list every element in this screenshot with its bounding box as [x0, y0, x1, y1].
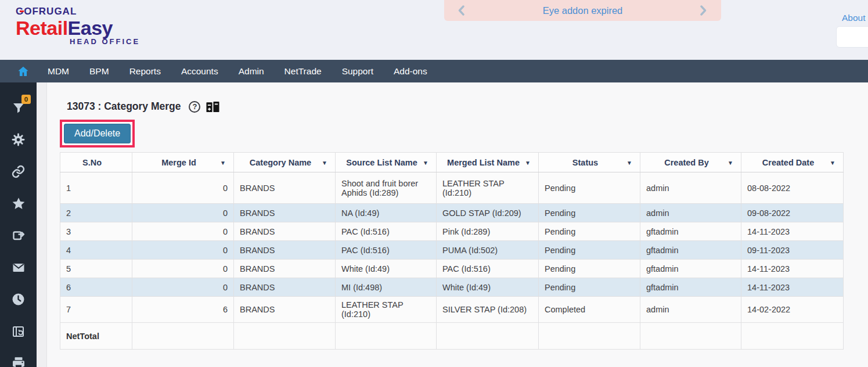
cell-category-name: BRANDS: [234, 222, 336, 241]
nav-item-bpm[interactable]: BPM: [89, 66, 109, 77]
sort-arrow-icon[interactable]: ▼: [626, 159, 632, 165]
add-delete-highlight: Add/Delete: [60, 120, 135, 147]
column-header-s-no[interactable]: S.No: [60, 153, 132, 172]
help-icon[interactable]: ?: [189, 101, 200, 113]
about-link[interactable]: About: [842, 13, 866, 23]
column-header-created-by[interactable]: Created By▼: [640, 153, 741, 172]
mail-icon[interactable]: [0, 251, 37, 283]
add-delete-button[interactable]: Add/Delete: [64, 124, 131, 143]
nav-item-accounts[interactable]: Accounts: [181, 66, 218, 77]
column-header-merged-list-name[interactable]: Merged List Name▼: [437, 153, 539, 172]
sort-arrow-icon[interactable]: ▼: [423, 159, 428, 165]
cell-created-date: 14-11-2023: [741, 260, 844, 278]
table-row[interactable]: 60BRANDSMI (Id:498)White (Id:49)Pendingg…: [60, 278, 844, 297]
cell-merged-list-name: SILVER STAP (Id:208): [437, 297, 539, 323]
table-row[interactable]: 30BRANDSPAC (Id:516)Pink (Id:289)Pending…: [60, 222, 844, 241]
cell-created-by: gftadmin: [640, 278, 741, 297]
column-label: Created By: [664, 158, 709, 167]
nav-item-support[interactable]: Support: [342, 66, 373, 77]
nav-item-reports[interactable]: Reports: [129, 66, 161, 77]
column-header-status[interactable]: Status▼: [539, 153, 640, 172]
table-body: 10BRANDSShoot and fruit borer Aphids (Id…: [60, 172, 844, 323]
sort-arrow-icon[interactable]: ▼: [220, 159, 226, 165]
cell-merged-list-name: White (Id:49): [437, 278, 539, 297]
star-icon[interactable]: [0, 188, 37, 220]
printer-icon[interactable]: [0, 347, 37, 367]
column-header-category-name[interactable]: Category Name▼: [234, 153, 336, 172]
cell-s-no: 3: [60, 222, 132, 241]
cell-source-list-name: White (Id:49): [336, 260, 437, 278]
cell-category-name: BRANDS: [234, 260, 336, 278]
column-header-source-list-name[interactable]: Source List Name▼: [336, 153, 437, 172]
cell-source-list-name: NA (Id:49): [336, 204, 437, 222]
cell-merge-id: 0: [132, 241, 234, 260]
top-header: GOFRUGAL RetailEasy HEAD OFFICE Eye addo…: [0, 0, 868, 60]
quick-search-box[interactable]: [836, 26, 868, 48]
cell-merge-id: 0: [132, 222, 234, 241]
nettotal-row: NetTotal: [60, 323, 844, 350]
cell-status: Pending: [539, 260, 640, 278]
filter-icon[interactable]: 0: [0, 92, 37, 124]
nettotal-label: NetTotal: [60, 323, 132, 350]
cell-merged-list-name: PAC (Id:516): [437, 260, 539, 278]
sort-arrow-icon[interactable]: ▼: [525, 159, 531, 165]
table-row[interactable]: 76BRANDSLEATHER STAP (Id:210)SILVER STAP…: [60, 297, 844, 323]
content-panel: 13073 : Category Merge ? Add/Delete: [46, 82, 868, 367]
cell-status: Pending: [539, 204, 640, 222]
column-header-created-date[interactable]: Created Date▼: [741, 153, 844, 172]
cell-created-by: gftadmin: [640, 260, 741, 278]
link-icon[interactable]: [0, 156, 37, 188]
sort-arrow-icon[interactable]: ▼: [830, 159, 835, 165]
cell-merge-id: 0: [132, 278, 234, 297]
table-row[interactable]: 20BRANDSNA (Id:49)GOLD STAP (Id:209)Pend…: [60, 204, 844, 222]
nav-item-admin[interactable]: Admin: [239, 66, 264, 77]
chevron-left-icon[interactable]: [457, 5, 466, 16]
cell-source-list-name: PAC (Id:516): [336, 241, 437, 260]
shortcut-keys-icon[interactable]: [206, 101, 219, 113]
nav-item-mdm[interactable]: MDM: [48, 66, 69, 77]
sort-arrow-icon[interactable]: ▼: [727, 159, 733, 165]
window-sync-icon[interactable]: [0, 315, 37, 347]
category-merge-table: S.NoMerge Id▼Category Name▼Source List N…: [60, 152, 844, 350]
cell-category-name: BRANDS: [234, 297, 336, 323]
cell-created-date: 09-08-2022: [741, 204, 844, 222]
cell-s-no: 5: [60, 260, 132, 278]
banner-message[interactable]: Eye addon expired: [466, 5, 699, 16]
cell-source-list-name: LEATHER STAP (Id:210): [336, 297, 437, 323]
cell-status: Pending: [539, 241, 640, 260]
cell-merge-id: 0: [132, 260, 234, 278]
main-content: 13073 : Category Merge ? Add/Delete: [37, 82, 868, 367]
main-navbar: MDMBPMReportsAccountsAdminNetTradeSuppor…: [0, 60, 868, 82]
filter-badge: 0: [21, 95, 31, 104]
cell-merge-id: 0: [132, 204, 234, 222]
chevron-right-icon[interactable]: [699, 5, 708, 16]
cell-created-by: admin: [640, 204, 741, 222]
cell-s-no: 2: [60, 204, 132, 222]
cell-created-by: gftadmin: [640, 241, 741, 260]
clock-icon[interactable]: [0, 283, 37, 315]
table-row[interactable]: 50BRANDSWhite (Id:49)PAC (Id:516)Pending…: [60, 260, 844, 278]
cell-status: Pending: [539, 172, 640, 204]
column-label: Status: [572, 158, 598, 167]
cell-s-no: 7: [60, 297, 132, 323]
table-row[interactable]: 40BRANDSPAC (Id:516)PUMA (Id:502)Pending…: [60, 241, 844, 260]
gear-icon[interactable]: [0, 124, 37, 156]
column-header-merge-id[interactable]: Merge Id▼: [132, 153, 234, 172]
column-label: S.No: [82, 158, 102, 167]
nav-item-add-ons[interactable]: Add-ons: [394, 66, 427, 77]
cell-merged-list-name: GOLD STAP (Id:209): [437, 204, 539, 222]
share-icon[interactable]: [0, 220, 37, 251]
sort-arrow-icon[interactable]: ▼: [322, 159, 327, 165]
cell-merged-list-name: LEATHER STAP (Id:210): [437, 172, 539, 204]
home-icon[interactable]: [17, 65, 30, 78]
cell-created-date: 09-11-2023: [741, 241, 844, 260]
cell-category-name: BRANDS: [234, 278, 336, 297]
cell-created-date: 14-11-2023: [741, 278, 844, 297]
cell-merged-list-name: PUMA (Id:502): [437, 241, 539, 260]
cell-created-by: admin: [640, 172, 741, 204]
cell-s-no: 6: [60, 278, 132, 297]
nav-item-nettrade[interactable]: NetTrade: [284, 66, 322, 77]
column-label: Merged List Name: [447, 158, 520, 167]
cell-s-no: 4: [60, 241, 132, 260]
table-row[interactable]: 10BRANDSShoot and fruit borer Aphids (Id…: [60, 172, 844, 204]
